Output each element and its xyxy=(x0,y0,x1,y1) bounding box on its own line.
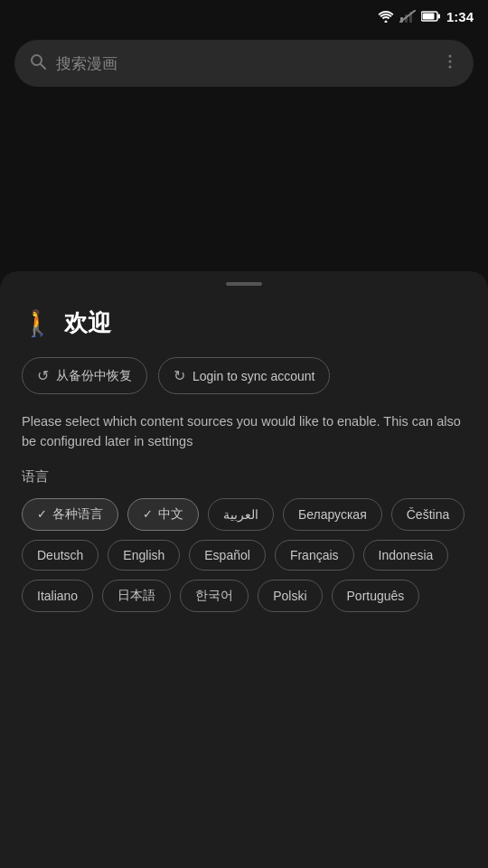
languages-grid: ✓各种语言✓中文العربيةБеларускаяČeštinaDeutschE… xyxy=(22,498,466,612)
lang-chip-es[interactable]: Español xyxy=(189,540,266,571)
restore-icon: ↺ xyxy=(37,367,49,384)
status-bar: 1:34 xyxy=(0,0,488,33)
lang-chip-ar[interactable]: العربية xyxy=(208,498,274,531)
svg-line-9 xyxy=(41,64,45,69)
svg-point-10 xyxy=(449,55,452,58)
welcome-title: 欢迎 xyxy=(64,307,111,339)
login-sync-button[interactable]: ↻ Login to sync account xyxy=(158,357,330,394)
battery-icon xyxy=(421,11,441,22)
search-icon xyxy=(29,52,47,74)
lang-chip-fr[interactable]: Français xyxy=(275,540,354,571)
bottom-sheet: 🚶 欢迎 ↺ 从备份中恢复 ↻ Login to sync account Pl… xyxy=(0,271,488,868)
svg-point-12 xyxy=(449,66,452,69)
languages-section-title: 语言 xyxy=(22,468,466,486)
lang-label-pt: Português xyxy=(347,589,405,603)
status-time: 1:34 xyxy=(446,9,474,24)
description-text: Please select which content sources you … xyxy=(22,412,466,452)
welcome-header: 🚶 欢迎 xyxy=(22,307,466,339)
svg-rect-7 xyxy=(422,14,434,20)
lang-label-fr: Français xyxy=(290,548,339,562)
lang-chip-id[interactable]: Indonesia xyxy=(363,540,449,571)
lang-label-it: Italiano xyxy=(37,589,78,603)
welcome-icon: 🚶 xyxy=(22,308,53,338)
svg-point-0 xyxy=(384,21,387,24)
lang-label-de: Deutsch xyxy=(37,548,83,562)
lang-chip-zh[interactable]: ✓中文 xyxy=(127,498,199,531)
check-icon: ✓ xyxy=(37,507,47,521)
status-icons: 1:34 xyxy=(378,9,474,24)
lang-chip-be[interactable]: Беларуская xyxy=(283,498,382,531)
lang-label-be: Беларуская xyxy=(298,507,367,522)
sync-icon: ↻ xyxy=(174,367,185,384)
lang-label-ar: العربية xyxy=(223,507,258,522)
search-bar[interactable]: 搜索漫画 xyxy=(14,40,474,87)
lang-label-cs: Čeština xyxy=(407,507,449,522)
lang-label-id: Indonesia xyxy=(379,548,434,562)
signal-icon xyxy=(399,10,416,23)
drag-handle[interactable] xyxy=(226,282,262,286)
lang-chip-it[interactable]: Italiano xyxy=(22,580,93,612)
check-icon: ✓ xyxy=(143,507,153,521)
lang-label-all: 各种语言 xyxy=(52,506,103,523)
action-buttons: ↺ 从备份中恢复 ↻ Login to sync account xyxy=(22,357,466,394)
lang-label-es: Español xyxy=(204,548,250,562)
lang-label-zh: 中文 xyxy=(158,506,183,523)
lang-chip-pl[interactable]: Polski xyxy=(258,580,322,612)
search-placeholder: 搜索漫画 xyxy=(56,53,441,74)
lang-chip-cs[interactable]: Čeština xyxy=(391,498,465,531)
lang-chip-all[interactable]: ✓各种语言 xyxy=(22,498,118,531)
lang-chip-pt[interactable]: Português xyxy=(332,580,420,612)
lang-chip-ko[interactable]: 한국어 xyxy=(180,580,249,612)
wifi-icon xyxy=(378,10,394,23)
more-options-icon[interactable] xyxy=(441,52,459,74)
restore-backup-button[interactable]: ↺ 从备份中恢复 xyxy=(22,357,147,394)
svg-point-11 xyxy=(449,61,452,63)
svg-rect-6 xyxy=(437,14,440,19)
lang-label-en: English xyxy=(123,548,164,562)
lang-label-pl: Polski xyxy=(273,589,306,603)
lang-chip-ja[interactable]: 日本語 xyxy=(102,580,171,612)
lang-label-ko: 한국어 xyxy=(195,588,233,604)
lang-chip-en[interactable]: English xyxy=(108,540,180,571)
lang-label-ja: 日本語 xyxy=(117,588,155,604)
lang-chip-de[interactable]: Deutsch xyxy=(22,540,99,571)
login-button-label: Login to sync account xyxy=(192,369,314,383)
restore-button-label: 从备份中恢复 xyxy=(56,368,132,384)
